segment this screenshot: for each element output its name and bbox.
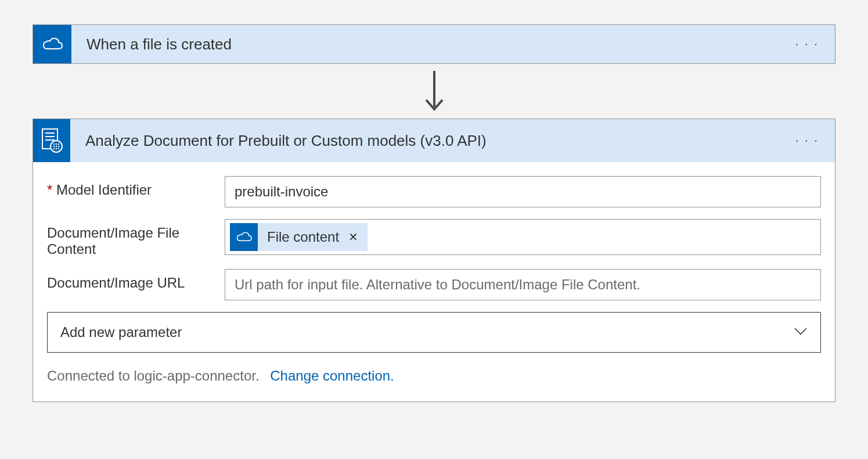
trigger-card[interactable]: When a file is created · · · — [33, 24, 835, 64]
svg-point-9 — [53, 146, 55, 147]
svg-point-13 — [56, 148, 57, 149]
svg-point-8 — [58, 144, 59, 145]
image-url-input[interactable] — [225, 269, 821, 300]
flow-arrow — [33, 64, 835, 119]
image-url-label: Document/Image URL — [47, 269, 225, 291]
add-parameter-dropdown[interactable]: Add new parameter — [47, 312, 821, 353]
field-file-content: Document/Image File Content File content… — [47, 219, 821, 257]
file-content-label: Document/Image File Content — [47, 219, 225, 257]
token-label: File content — [258, 229, 348, 245]
action-title: Analyze Document for Prebuilt or Custom … — [85, 132, 779, 150]
connection-text: Connected to logic-app-connector. — [47, 368, 260, 383]
token-remove-button[interactable]: ✕ — [348, 230, 368, 244]
onedrive-icon — [33, 25, 71, 63]
onedrive-icon — [230, 223, 258, 251]
model-identifier-input[interactable] — [225, 176, 821, 207]
connection-info: Connected to logic-app-connector. Change… — [47, 368, 821, 384]
svg-point-10 — [56, 146, 57, 147]
change-connection-link[interactable]: Change connection. — [270, 368, 394, 383]
field-image-url: Document/Image URL — [47, 269, 821, 300]
svg-point-12 — [53, 148, 55, 149]
svg-point-14 — [58, 148, 59, 149]
svg-point-11 — [58, 146, 59, 147]
svg-point-7 — [56, 144, 57, 145]
trigger-header[interactable]: When a file is created · · · — [33, 25, 835, 63]
field-model-identifier: * Model Identifier — [47, 176, 821, 207]
add-parameter-label: Add new parameter — [60, 324, 182, 340]
model-identifier-label: * Model Identifier — [47, 176, 225, 198]
svg-point-6 — [53, 144, 55, 145]
file-content-input[interactable]: File content ✕ — [225, 219, 821, 255]
action-header[interactable]: Analyze Document for Prebuilt or Custom … — [33, 119, 835, 162]
trigger-more-button[interactable]: · · · — [779, 37, 835, 52]
required-indicator: * — [47, 182, 52, 198]
action-body: * Model Identifier Document/Image File C… — [33, 162, 835, 401]
chevron-down-icon — [794, 327, 808, 338]
action-card: Analyze Document for Prebuilt or Custom … — [33, 119, 835, 402]
action-more-button[interactable]: · · · — [779, 133, 835, 148]
file-content-token[interactable]: File content ✕ — [230, 223, 368, 251]
document-analyze-icon — [33, 119, 70, 162]
trigger-title: When a file is created — [87, 35, 779, 53]
